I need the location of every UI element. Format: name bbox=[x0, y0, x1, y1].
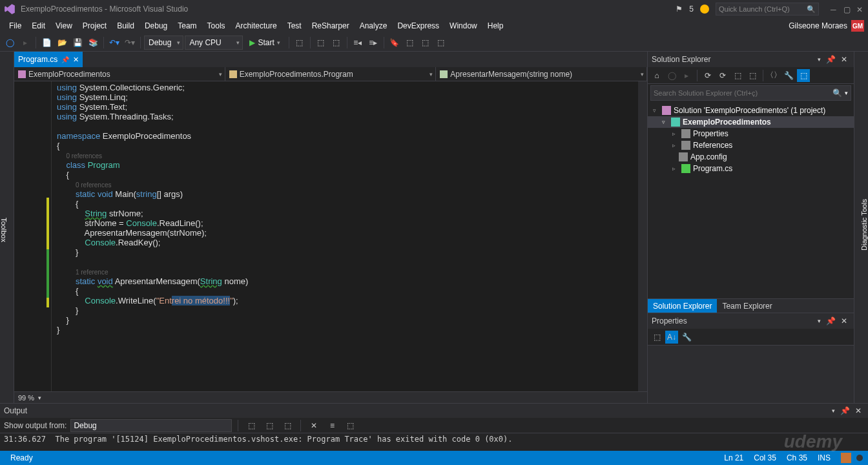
se-sync-icon[interactable]: ⟳ bbox=[701, 69, 714, 82]
file-tab-program[interactable]: Program.cs 📌 ✕ bbox=[14, 52, 83, 67]
user-name[interactable]: Gilseone Moraes bbox=[789, 21, 847, 30]
tb-icon-end[interactable]: ⬚ bbox=[434, 36, 448, 50]
output-source-dropdown[interactable]: Debug bbox=[70, 419, 232, 432]
open-button[interactable]: 📂 bbox=[55, 36, 69, 50]
vertical-scrollbar[interactable] bbox=[638, 81, 647, 391]
menu-window[interactable]: Window bbox=[444, 21, 482, 30]
feedback-icon[interactable] bbox=[700, 5, 709, 14]
flag-icon[interactable]: ⚑ bbox=[676, 5, 683, 14]
props-cat-icon[interactable]: ⬚ bbox=[650, 331, 663, 344]
menu-build[interactable]: Build bbox=[112, 21, 140, 30]
tb-icon-1[interactable]: ⬚ bbox=[293, 36, 307, 50]
se-showall-icon[interactable]: ⬚ bbox=[746, 69, 759, 82]
tree-solution[interactable]: ▿Solution 'ExemploProcedimentos' (1 proj… bbox=[648, 105, 854, 116]
output-wrap-icon[interactable]: ≡ bbox=[325, 418, 339, 433]
notification-count[interactable]: 5 bbox=[689, 5, 694, 14]
tree-programcs[interactable]: ▹Program.cs bbox=[648, 163, 854, 174]
tree-properties[interactable]: ▹Properties bbox=[648, 128, 854, 140]
props-dropdown-icon[interactable]: ▾ bbox=[818, 318, 821, 324]
menu-view[interactable]: View bbox=[50, 21, 78, 30]
output-tb-6[interactable]: ⬚ bbox=[343, 418, 357, 433]
quick-launch-input[interactable]: Quick Launch (Ctrl+Q) 🔍 bbox=[716, 3, 819, 16]
se-preview-icon[interactable]: ⬚ bbox=[797, 69, 810, 82]
zoom-dropdown-icon[interactable]: ▾ bbox=[38, 395, 41, 401]
se-fwd-icon[interactable]: ▸ bbox=[680, 69, 693, 82]
output-tb-3[interactable]: ⬚ bbox=[280, 418, 294, 433]
menu-analyze[interactable]: Analyze bbox=[355, 21, 393, 30]
zoom-level[interactable]: 99 % bbox=[18, 394, 34, 402]
se-refresh-icon[interactable]: ⟳ bbox=[716, 69, 729, 82]
output-tb-2[interactable]: ⬚ bbox=[262, 418, 276, 433]
indent-out-button[interactable]: ≡◂ bbox=[351, 36, 365, 50]
config-dropdown[interactable]: Debug bbox=[144, 36, 183, 50]
bookmark-button[interactable]: 🔖 bbox=[388, 36, 402, 50]
search-dropdown-icon[interactable]: ▾ bbox=[845, 90, 848, 96]
platform-dropdown[interactable]: Any CPU bbox=[185, 36, 243, 50]
output-pin-icon[interactable]: 📌 bbox=[840, 406, 850, 415]
save-button[interactable]: 💾 bbox=[70, 36, 85, 50]
start-button[interactable]: ▶Start▾ bbox=[244, 36, 285, 50]
code-editor[interactable]: using System.Collections.Generic;using S… bbox=[14, 81, 647, 391]
tb-icon-2[interactable]: ⬚ bbox=[314, 36, 328, 50]
new-project-button[interactable]: 📄 bbox=[39, 36, 54, 50]
maximize-button[interactable]: ▢ bbox=[843, 5, 851, 13]
menu-file[interactable]: File bbox=[4, 21, 26, 30]
status-rec-icon[interactable] bbox=[856, 455, 863, 461]
save-all-button[interactable]: 📚 bbox=[86, 36, 100, 50]
uncomment-button[interactable]: ⬚ bbox=[418, 36, 433, 50]
props-pin-icon[interactable]: 📌 bbox=[826, 316, 836, 326]
props-az-icon[interactable]: A↓ bbox=[665, 331, 678, 344]
comment-button[interactable]: ⬚ bbox=[403, 36, 417, 50]
menu-test[interactable]: Test bbox=[282, 21, 307, 30]
menu-devexpress[interactable]: DevExpress bbox=[392, 21, 444, 30]
context-project-dropdown[interactable]: ExemploProcedimentos bbox=[14, 67, 225, 81]
close-button[interactable]: ✕ bbox=[856, 5, 864, 13]
status-bar: Ready Ln 21 Col 35 Ch 35 INS bbox=[0, 451, 868, 465]
menu-resharper[interactable]: ReSharper bbox=[307, 21, 355, 30]
se-back-icon[interactable]: ◯ bbox=[665, 69, 678, 82]
toolbox-tab[interactable]: Toolbox bbox=[0, 52, 14, 403]
udemy-watermark: udemy bbox=[784, 431, 842, 452]
menu-debug[interactable]: Debug bbox=[140, 21, 172, 30]
output-tb-1[interactable]: ⬚ bbox=[244, 418, 258, 433]
pin-icon[interactable]: 📌 bbox=[61, 56, 69, 63]
menu-tools[interactable]: Tools bbox=[202, 21, 231, 30]
tab-close-icon[interactable]: ✕ bbox=[73, 56, 79, 64]
menu-project[interactable]: Project bbox=[78, 21, 112, 30]
indent-in-button[interactable]: ≡▸ bbox=[366, 36, 380, 50]
undo-button[interactable]: ↶▾ bbox=[107, 36, 121, 50]
output-clear-icon[interactable]: ✕ bbox=[307, 418, 321, 433]
menu-architecture[interactable]: Architecture bbox=[231, 21, 282, 30]
props-close-icon[interactable]: ✕ bbox=[841, 316, 847, 326]
panel-close-icon[interactable]: ✕ bbox=[841, 55, 847, 64]
output-dropdown-icon[interactable]: ▾ bbox=[832, 408, 835, 414]
menu-team[interactable]: Team bbox=[172, 21, 202, 30]
props-wrench-icon[interactable]: 🔧 bbox=[680, 331, 693, 344]
se-collapse-icon[interactable]: ⬚ bbox=[731, 69, 744, 82]
user-avatar[interactable]: GM bbox=[851, 20, 864, 32]
tree-references[interactable]: ▹References bbox=[648, 140, 854, 151]
panel-dropdown-icon[interactable]: ▾ bbox=[818, 56, 821, 63]
tab-solution-explorer[interactable]: Solution Explorer bbox=[648, 299, 717, 313]
status-pub-icon[interactable] bbox=[841, 453, 851, 463]
tb-icon-3[interactable]: ⬚ bbox=[329, 36, 344, 50]
context-class-dropdown[interactable]: ExemploProcedimentos.Program bbox=[225, 67, 437, 81]
se-home-icon[interactable]: ⌂ bbox=[650, 69, 663, 82]
se-props-icon[interactable]: 🔧 bbox=[782, 69, 795, 82]
solution-search-input[interactable]: 🔍 ▾ bbox=[650, 85, 851, 101]
nav-fwd-button[interactable]: ▸ bbox=[18, 36, 32, 50]
menu-edit[interactable]: Edit bbox=[26, 21, 50, 30]
context-method-dropdown[interactable]: ApresentarMensagem(string nome) bbox=[436, 67, 647, 81]
tree-appconfig[interactable]: App.config bbox=[648, 151, 854, 163]
nav-back-button[interactable]: ◯ bbox=[3, 36, 17, 50]
diagnostic-tools-tab[interactable]: Diagnostic Tools bbox=[854, 52, 868, 403]
menu-help[interactable]: Help bbox=[482, 21, 509, 30]
menu-bar: File Edit View Project Build Debug Team … bbox=[0, 18, 868, 34]
minimize-button[interactable]: ─ bbox=[831, 5, 838, 13]
redo-button[interactable]: ↷▾ bbox=[123, 36, 137, 50]
tab-team-explorer[interactable]: Team Explorer bbox=[717, 299, 777, 313]
tree-project[interactable]: ▿ExemploProcedimentos bbox=[648, 116, 854, 128]
output-close-icon[interactable]: ✕ bbox=[855, 406, 862, 415]
se-code-icon[interactable]: 〈〉 bbox=[767, 69, 780, 82]
panel-pin-icon[interactable]: 📌 bbox=[826, 55, 836, 64]
